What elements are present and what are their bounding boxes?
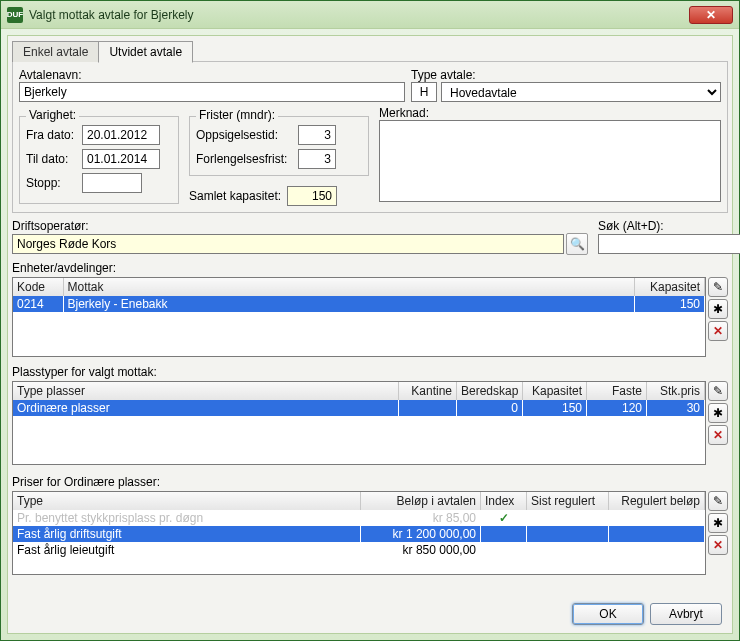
table-row[interactable]: Fast årlig driftsutgift kr 1 200 000,00 bbox=[13, 526, 705, 542]
cell: Fast årlig leieutgift bbox=[13, 542, 361, 558]
enheter-new-button[interactable]: ✱ bbox=[708, 299, 728, 319]
avbryt-button[interactable]: Avbryt bbox=[650, 603, 722, 625]
pencil-icon: ✎ bbox=[713, 494, 723, 508]
avtalenavn-input[interactable] bbox=[19, 82, 405, 102]
cell: Fast årlig driftsutgift bbox=[13, 526, 361, 542]
asterisk-icon: ✱ bbox=[713, 406, 723, 420]
cell: 150 bbox=[635, 296, 705, 312]
plasser-new-button[interactable]: ✱ bbox=[708, 403, 728, 423]
enheter-side-buttons: ✎ ✱ ✕ bbox=[708, 277, 728, 341]
cell bbox=[481, 526, 527, 542]
forlengelsesfrist-input[interactable] bbox=[298, 149, 336, 169]
label-sok: Søk (Alt+D): bbox=[598, 219, 728, 233]
label-plasstyper: Plasstyper for valgt mottak: bbox=[12, 365, 728, 379]
plasser-col-beredskap[interactable]: Beredskap bbox=[457, 382, 523, 400]
plasser-grid[interactable]: Type plasser Kantine Beredskap Kapasitet… bbox=[12, 381, 706, 465]
cell bbox=[527, 526, 609, 542]
plasser-col-stkpris[interactable]: Stk.pris bbox=[647, 382, 705, 400]
plasser-edit-button[interactable]: ✎ bbox=[708, 381, 728, 401]
label-forlengelsesfrist: Forlengelsesfrist: bbox=[196, 152, 294, 166]
priser-grid[interactable]: Type Beløp i avtalen Index Sist regulert… bbox=[12, 491, 706, 575]
ok-button[interactable]: OK bbox=[572, 603, 644, 625]
fra-dato-input[interactable] bbox=[82, 125, 160, 145]
asterisk-icon: ✱ bbox=[713, 302, 723, 316]
merknad-textarea[interactable] bbox=[379, 120, 721, 202]
label-til-dato: Til dato: bbox=[26, 152, 78, 166]
cell: 0214 bbox=[13, 296, 63, 312]
label-merknad: Merknad: bbox=[379, 106, 721, 120]
table-row[interactable] bbox=[13, 416, 705, 432]
cell: 30 bbox=[647, 400, 705, 416]
plasser-col-faste[interactable]: Faste bbox=[587, 382, 647, 400]
driftsoperator-input[interactable] bbox=[12, 234, 564, 254]
table-row[interactable]: 0214 Bjerkely - Enebakk 150 bbox=[13, 296, 705, 312]
table-row[interactable]: Pr. benyttet stykkprisplass pr. døgn kr … bbox=[13, 510, 705, 526]
priser-edit-button[interactable]: ✎ bbox=[708, 491, 728, 511]
priser-col-type[interactable]: Type bbox=[13, 492, 361, 510]
priser-delete-button[interactable]: ✕ bbox=[708, 535, 728, 555]
delete-icon: ✕ bbox=[713, 324, 723, 338]
priser-col-reg[interactable]: Regulert beløp bbox=[609, 492, 705, 510]
stopp-input[interactable] bbox=[82, 173, 142, 193]
window: DUF Valgt mottak avtale for Bjerkely ✕ E… bbox=[0, 0, 740, 641]
cell bbox=[527, 510, 609, 526]
priser-col-sist[interactable]: Sist regulert bbox=[527, 492, 609, 510]
tab-utvidet-avtale[interactable]: Utvidet avtale bbox=[98, 41, 193, 63]
label-fra-dato: Fra dato: bbox=[26, 128, 78, 142]
priser-side-buttons: ✎ ✱ ✕ bbox=[708, 491, 728, 555]
tab-bar: Enkel avtale Utvidet avtale bbox=[12, 40, 728, 62]
label-priser: Priser for Ordinære plasser: bbox=[12, 475, 728, 489]
til-dato-input[interactable] bbox=[82, 149, 160, 169]
label-enheter: Enheter/avdelinger: bbox=[12, 261, 728, 275]
tab-enkel-avtale[interactable]: Enkel avtale bbox=[12, 41, 99, 62]
plasser-col-type[interactable]: Type plasser bbox=[13, 382, 399, 400]
cell bbox=[609, 510, 705, 526]
enheter-delete-button[interactable]: ✕ bbox=[708, 321, 728, 341]
sok-input[interactable] bbox=[598, 234, 740, 254]
table-row[interactable] bbox=[13, 432, 705, 448]
cell: 120 bbox=[587, 400, 647, 416]
label-stopp: Stopp: bbox=[26, 176, 78, 190]
cell: Bjerkely - Enebakk bbox=[63, 296, 635, 312]
driftsoperator-lookup-button[interactable]: 🔍 bbox=[566, 233, 588, 255]
cell bbox=[609, 526, 705, 542]
cell: 150 bbox=[523, 400, 587, 416]
samlet-kapasitet-input[interactable] bbox=[287, 186, 337, 206]
label-avtalenavn: Avtalenavn: bbox=[19, 68, 405, 82]
plasser-delete-button[interactable]: ✕ bbox=[708, 425, 728, 445]
check-icon: ✓ bbox=[499, 511, 509, 525]
type-avtale-code-input[interactable] bbox=[411, 82, 437, 102]
cell bbox=[527, 542, 609, 558]
table-row[interactable]: Fast årlig leieutgift kr 850 000,00 bbox=[13, 542, 705, 558]
type-avtale-select[interactable]: Hovedavtale bbox=[441, 82, 721, 102]
label-oppsigelsestid: Oppsigelsestid: bbox=[196, 128, 294, 142]
tab-panel-utvidet: Avtalenavn: Type avtale: Hovedavtale bbox=[12, 61, 728, 213]
table-row[interactable] bbox=[13, 448, 705, 464]
table-row[interactable]: Ordinære plasser 0 150 120 30 bbox=[13, 400, 705, 416]
oppsigelsestid-input[interactable] bbox=[298, 125, 336, 145]
priser-new-button[interactable]: ✱ bbox=[708, 513, 728, 533]
priser-col-index[interactable]: Index bbox=[481, 492, 527, 510]
enheter-edit-button[interactable]: ✎ bbox=[708, 277, 728, 297]
enheter-col-kapasitet[interactable]: Kapasitet bbox=[635, 278, 705, 296]
client-area: Enkel avtale Utvidet avtale Avtalenavn: … bbox=[7, 35, 733, 634]
cell: kr 850 000,00 bbox=[361, 542, 481, 558]
label-frister: Frister (mndr): bbox=[196, 108, 278, 122]
priser-col-belop[interactable]: Beløp i avtalen bbox=[361, 492, 481, 510]
search-icon: 🔍 bbox=[570, 237, 585, 251]
pencil-icon: ✎ bbox=[713, 384, 723, 398]
cell bbox=[609, 542, 705, 558]
label-type-avtale: Type avtale: bbox=[411, 68, 721, 82]
plasser-col-kapasitet[interactable]: Kapasitet bbox=[523, 382, 587, 400]
enheter-col-kode[interactable]: Kode bbox=[13, 278, 63, 296]
label-varighet: Varighet: bbox=[26, 108, 79, 122]
enheter-col-mottak[interactable]: Mottak bbox=[63, 278, 635, 296]
plasser-col-kantine[interactable]: Kantine bbox=[399, 382, 457, 400]
enheter-grid[interactable]: Kode Mottak Kapasitet 0214 Bjerkely - En… bbox=[12, 277, 706, 357]
titlebar: DUF Valgt mottak avtale for Bjerkely ✕ bbox=[1, 1, 739, 29]
delete-icon: ✕ bbox=[713, 428, 723, 442]
label-samlet-kapasitet: Samlet kapasitet: bbox=[189, 189, 281, 203]
asterisk-icon: ✱ bbox=[713, 516, 723, 530]
dialog-buttons: OK Avbryt bbox=[572, 603, 722, 625]
close-button[interactable]: ✕ bbox=[689, 6, 733, 24]
